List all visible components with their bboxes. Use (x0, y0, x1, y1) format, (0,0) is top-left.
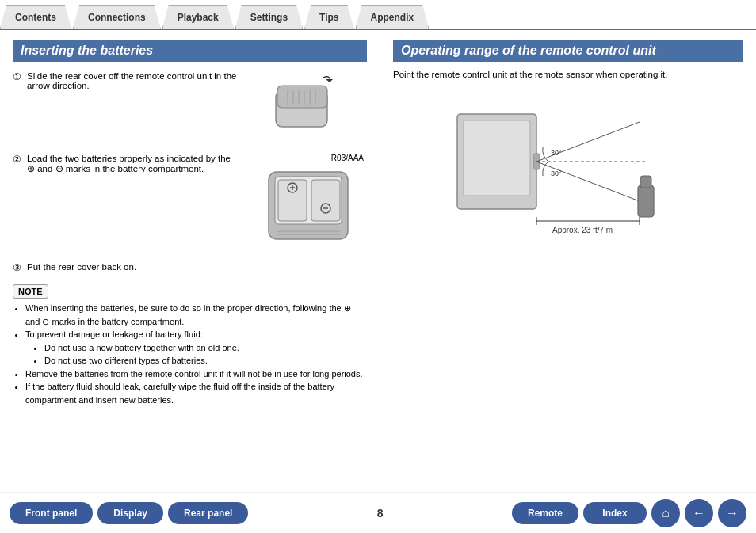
step3-num: ③ (13, 262, 27, 273)
nav-tabs: Contents Connections Playback Settings T… (0, 0, 756, 30)
note-item-4: If the battery fluid should leak, carefu… (25, 380, 367, 406)
bottom-nav: Front panel Display Rear panel 8 Remote … (0, 492, 756, 533)
battery-label: R03/AAA (331, 154, 364, 162)
svg-text:30°: 30° (551, 169, 562, 177)
remote-button[interactable]: Remote (512, 502, 578, 524)
step2: ② Load the two batteries properly as ind… (13, 154, 240, 174)
range-diagram: Approx. 23 ft/7 m 30° 30° (393, 90, 743, 249)
step2-text: Load the two batteries properly as indic… (27, 154, 240, 174)
left-panel: Inserting the batteries ① Slide the rear… (0, 30, 380, 492)
svg-text:Approx. 23 ft/7 m: Approx. 23 ft/7 m (552, 226, 613, 234)
rear-panel-button[interactable]: Rear panel (168, 502, 248, 524)
home-button[interactable]: ⌂ (651, 499, 680, 527)
tab-appendix-label: Appendix (371, 12, 414, 23)
svg-text:30°: 30° (551, 149, 562, 157)
note-item-2: To prevent damage or leakage of battery … (25, 328, 367, 367)
back-arrow-icon: ← (693, 506, 705, 520)
note-label: NOTE (13, 284, 48, 299)
range-diagram-svg: Approx. 23 ft/7 m 30° 30° (449, 90, 687, 249)
tab-playback-label: Playback (178, 12, 219, 23)
tab-contents-label: Contents (15, 12, 56, 23)
step1-container: ① Slide the rear cover off the remote co… (13, 71, 367, 143)
step1-image (240, 71, 367, 143)
svg-line-24 (536, 162, 640, 201)
note-item-3: Remove the batteries from the remote con… (25, 367, 367, 381)
tab-tips[interactable]: Tips (304, 5, 353, 29)
tab-appendix[interactable]: Appendix (356, 5, 430, 29)
front-panel-button[interactable]: Front panel (10, 502, 93, 524)
tab-connections-label: Connections (88, 12, 146, 23)
right-section-title: Operating range of the remote control un… (393, 40, 743, 62)
step3-text: Put the rear cover back on. (27, 262, 367, 272)
notes-list: When inserting the batteries, be sure to… (16, 302, 367, 406)
tab-contents[interactable]: Contents (0, 5, 71, 29)
bottom-nav-right: Remote Index ⌂ ← → (512, 499, 746, 527)
right-desc: Point the remote control unit at the rem… (393, 70, 743, 79)
svg-rect-25 (638, 185, 654, 217)
home-icon: ⌂ (662, 506, 670, 520)
tab-settings[interactable]: Settings (235, 5, 303, 29)
battery-cover-svg (260, 71, 347, 143)
svg-rect-14 (311, 180, 340, 221)
step2-container: ② Load the two batteries properly as ind… (13, 154, 367, 251)
note-sub-1: Do not use a new battery together with a… (44, 341, 367, 355)
right-panel: Operating range of the remote control un… (380, 30, 756, 492)
svg-rect-26 (640, 176, 651, 188)
tab-settings-label: Settings (250, 12, 288, 23)
step3: ③ Put the rear cover back on. (13, 262, 367, 273)
page-number: 8 (377, 507, 384, 520)
battery-comp-svg (261, 164, 364, 251)
note-item-1: When inserting the batteries, be sure to… (25, 302, 367, 328)
step1: ① Slide the rear cover off the remote co… (13, 71, 240, 90)
forward-button[interactable]: → (718, 499, 746, 527)
tab-tips-label: Tips (319, 12, 338, 23)
step2-image: R03/AAA (240, 154, 367, 251)
note-sub-2: Do not use two different types of batter… (44, 354, 367, 367)
back-button[interactable]: ← (685, 499, 713, 527)
svg-rect-1 (277, 86, 327, 108)
step1-num: ① (13, 71, 27, 82)
svg-rect-20 (464, 120, 530, 196)
main-content: Inserting the batteries ① Slide the rear… (0, 30, 756, 492)
step1-text: Slide the rear cover off the remote cont… (27, 71, 240, 90)
tab-playback[interactable]: Playback (162, 5, 234, 29)
forward-arrow-icon: → (726, 506, 739, 520)
step2-num: ② (13, 154, 27, 165)
tab-connections[interactable]: Connections (73, 5, 161, 29)
left-section-title: Inserting the batteries (13, 40, 367, 62)
display-button[interactable]: Display (97, 502, 163, 524)
index-button[interactable]: Index (583, 502, 647, 524)
bottom-nav-left: Front panel Display Rear panel (10, 502, 248, 524)
